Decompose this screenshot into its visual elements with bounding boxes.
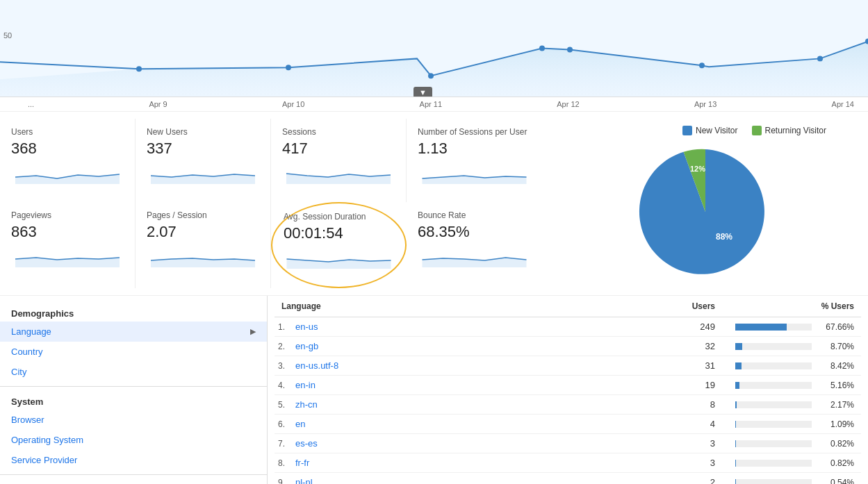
country-label: Country [11, 347, 43, 357]
row-pct-container: 8.70% [722, 342, 861, 351]
demographics-header: Demographics [0, 303, 267, 322]
metric-label: Pageviews [11, 210, 124, 220]
row-pct-container: 5.16% [722, 381, 861, 390]
table-row: 9.nl-nl20.54% [275, 473, 861, 484]
pct-bar-wrap [735, 343, 812, 350]
table-row: 5.zh-cn82.17% [275, 395, 861, 415]
chart-tooltip-button[interactable]: ▼ [413, 87, 432, 97]
pct-text: 0.82% [816, 458, 854, 468]
row-users: 249 [639, 322, 722, 332]
pct-bar-wrap [735, 479, 812, 485]
col-header-users: Users [639, 301, 722, 311]
row-number: 2. [275, 342, 295, 351]
row-language[interactable]: en-us [295, 322, 639, 332]
row-language[interactable]: nl-nl [295, 477, 639, 484]
metric-card-users: Users368 [0, 119, 136, 202]
city-label: City [11, 367, 26, 377]
row-users: 3 [639, 438, 722, 449]
date-label-apr12: Apr 12 [557, 100, 579, 108]
pct-bar [735, 362, 742, 369]
mobile-header: Mobile [0, 479, 267, 484]
sidebar-item-service-provider[interactable]: Service Provider [0, 450, 267, 470]
row-language[interactable]: zh-cn [295, 399, 639, 410]
metric-card-new-users: New Users337 [136, 119, 271, 202]
sparkline [418, 163, 531, 184]
row-language[interactable]: es-es [295, 438, 639, 449]
legend-returning-visitor: Returning Visitor [752, 126, 827, 135]
pct-bar [735, 440, 736, 447]
row-number: 1. [275, 322, 295, 332]
table-row: 2.en-gb328.70% [275, 337, 861, 356]
pct-text: 0.82% [816, 439, 854, 449]
row-users: 3 [639, 458, 722, 468]
pct-text: 0.54% [816, 478, 854, 485]
row-language[interactable]: en-gb [295, 341, 639, 351]
table-header: Language Users % Users [275, 296, 861, 317]
new-visitor-dot [682, 126, 692, 135]
visitor-legend: New Visitor Returning Visitor [682, 126, 854, 135]
pct-bar-wrap [735, 382, 812, 389]
pct-bar-wrap [735, 362, 812, 369]
legend-new-visitor: New Visitor [682, 126, 737, 135]
system-header: System [0, 391, 267, 410]
row-users: 4 [639, 419, 722, 429]
row-language[interactable]: en-in [295, 380, 639, 390]
sidebar-item-country[interactable]: Country [0, 342, 267, 362]
pct-text: 5.16% [816, 381, 854, 390]
sidebar-divider-2 [0, 474, 267, 475]
sparkline [147, 247, 259, 267]
metric-value: 00:01:54 [284, 224, 394, 242]
browser-label: Browser [11, 415, 44, 425]
svg-point-6 [817, 56, 823, 61]
svg-text:88%: 88% [716, 232, 732, 242]
row-pct-container: 0.82% [722, 439, 861, 449]
row-number: 8. [275, 458, 295, 468]
metric-label: Pages / Session [147, 210, 259, 220]
row-number: 7. [275, 439, 295, 449]
chart-date-labels: ... Apr 9 Apr 10 Apr 11 Apr 12 Apr 13 Ap… [0, 97, 868, 112]
svg-point-0 [136, 66, 142, 72]
date-label-apr9: Apr 9 [149, 100, 167, 108]
visitor-chart-section: New Visitor Returning Visitor 88% 12% [542, 119, 868, 288]
service-provider-label: Service Provider [11, 455, 77, 465]
row-users: 32 [639, 341, 722, 351]
pct-bar [735, 460, 736, 467]
sidebar-divider-1 [0, 386, 267, 387]
svg-point-1 [286, 65, 291, 70]
date-label-apr10: Apr 10 [282, 100, 304, 108]
pct-bar [735, 479, 736, 485]
pct-text: 8.42% [816, 361, 854, 371]
pct-bar-wrap [735, 460, 812, 467]
row-number: 9. [275, 478, 295, 485]
pct-bar-wrap [735, 421, 812, 428]
pct-bar-wrap [735, 324, 812, 331]
pct-bar [735, 324, 787, 331]
metric-value: 417 [282, 140, 395, 158]
new-visitor-label: New Visitor [696, 126, 737, 135]
pct-text: 1.09% [816, 419, 854, 429]
sidebar-item-language[interactable]: Language ▶ [0, 322, 267, 342]
date-label-apr11: Apr 11 [420, 100, 442, 108]
pct-text: 8.70% [816, 342, 854, 351]
row-language[interactable]: fr-fr [295, 458, 639, 468]
date-label-ellipsis: ... [28, 100, 34, 108]
metric-card-avg--session-duration: Avg. Session Duration00:01:54 [271, 202, 407, 288]
pct-bar [735, 382, 739, 389]
line-chart: 50 ▼ [0, 0, 868, 97]
language-arrow: ▶ [250, 327, 256, 336]
table-row: 6.en41.09% [275, 415, 861, 434]
table-row: 7.es-es30.82% [275, 434, 861, 453]
metrics-section: Users368New Users337Sessions417Number of… [0, 112, 868, 296]
pct-bar [735, 343, 742, 350]
row-users: 2 [639, 477, 722, 484]
sidebar-item-browser[interactable]: Browser [0, 410, 267, 430]
sidebar-item-city[interactable]: City [0, 362, 267, 382]
metric-value: 2.07 [147, 223, 259, 241]
metric-label: New Users [147, 127, 259, 137]
sidebar-item-os[interactable]: Operating System [0, 430, 267, 450]
metric-label: Avg. Session Duration [284, 212, 394, 222]
row-language[interactable]: en-us.utf-8 [295, 360, 639, 371]
row-number: 4. [275, 381, 295, 390]
svg-point-2 [428, 73, 434, 78]
row-language[interactable]: en [295, 419, 639, 429]
